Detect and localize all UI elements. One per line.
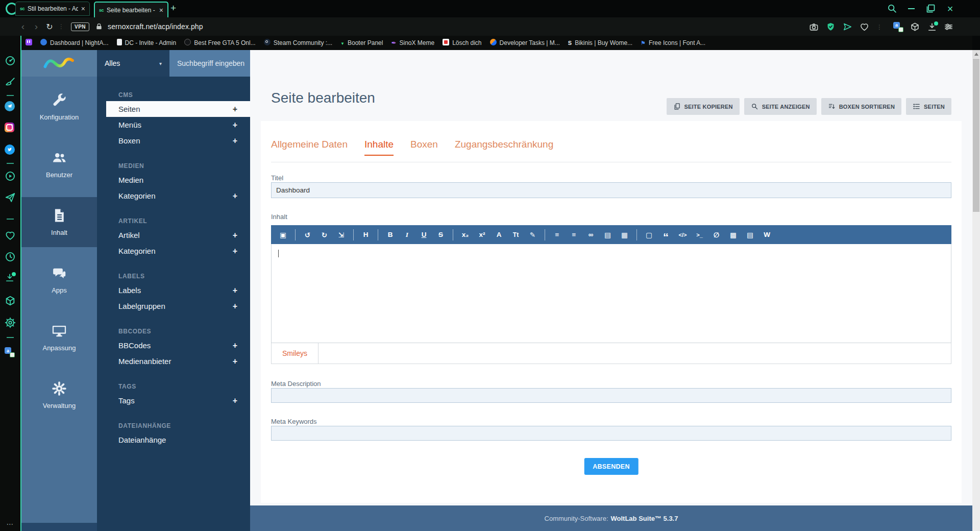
add-icon[interactable]: + bbox=[233, 120, 237, 130]
list-icon[interactable]: ≡ bbox=[549, 228, 566, 242]
subscript-icon[interactable]: x₂ bbox=[457, 228, 474, 242]
scope-dropdown[interactable]: Alles ▾ bbox=[97, 50, 169, 77]
back-icon[interactable]: ‹ bbox=[16, 21, 30, 32]
bold-icon[interactable]: B bbox=[382, 228, 399, 242]
speed-dial-icon[interactable] bbox=[5, 55, 16, 66]
close-tab-icon[interactable]: × bbox=[159, 6, 163, 14]
html-icon[interactable]: ▤ bbox=[742, 228, 758, 242]
telegram-icon[interactable] bbox=[5, 101, 16, 112]
underline-icon[interactable]: U bbox=[415, 228, 432, 242]
add-icon[interactable]: + bbox=[233, 247, 237, 256]
strikethrough-icon[interactable]: S bbox=[432, 228, 449, 242]
action-button-seiten[interactable]: SEITEN bbox=[906, 98, 951, 115]
nav-item-kategorien[interactable]: Kategorien+ bbox=[97, 188, 250, 204]
add-icon[interactable]: + bbox=[233, 302, 237, 311]
sidebar-item-benutzer[interactable]: Benutzer bbox=[21, 139, 97, 189]
titel-input[interactable] bbox=[271, 182, 951, 198]
send-icon[interactable] bbox=[843, 22, 852, 32]
close-tab-icon[interactable]: × bbox=[81, 5, 85, 13]
downloads-icon[interactable] bbox=[5, 273, 16, 284]
browser-scrollbar[interactable] bbox=[972, 50, 980, 531]
tab-smileys[interactable]: Smileys bbox=[272, 343, 318, 364]
bookmarks-heart-icon[interactable] bbox=[5, 230, 16, 241]
inline-code-icon[interactable]: >_ bbox=[691, 228, 708, 242]
nav-item-labels[interactable]: Labels+ bbox=[97, 282, 250, 298]
bookmark-item[interactable]: Developer Tasks | M... bbox=[490, 39, 560, 47]
history-clock-icon[interactable] bbox=[5, 251, 16, 262]
url-text[interactable]: sernoxcraft.net/acp/index.php bbox=[108, 22, 203, 31]
nav-item-medienanbieter[interactable]: Medienanbieter+ bbox=[97, 353, 250, 369]
nav-item-seiten[interactable]: Seiten+ bbox=[106, 101, 250, 117]
minimize-icon[interactable] bbox=[906, 3, 917, 14]
sidebar-overflow-button[interactable]: ⋯ bbox=[0, 520, 20, 528]
scrollbar-up-arrow[interactable] bbox=[972, 50, 980, 58]
add-icon[interactable]: + bbox=[233, 105, 237, 114]
font-color-icon[interactable]: A bbox=[491, 228, 507, 242]
camera-icon[interactable] bbox=[809, 22, 819, 32]
italic-icon[interactable]: I bbox=[399, 228, 415, 242]
sidebar-item-apps[interactable]: Apps bbox=[21, 255, 97, 305]
page-icon[interactable]: ▢ bbox=[641, 228, 657, 242]
heart-icon[interactable] bbox=[860, 22, 869, 32]
instagram-icon[interactable] bbox=[5, 123, 16, 134]
action-button-boxen-sortieren[interactable]: BOXEN SORTIEREN bbox=[821, 98, 901, 115]
bookmark-item[interactable]: DC - Invite - Admin bbox=[117, 39, 177, 47]
bookmark-item[interactable]: SBikinis | Buy Wome... bbox=[568, 39, 632, 46]
word-paste-icon[interactable]: W bbox=[758, 228, 775, 242]
bookmark-item[interactable] bbox=[26, 39, 32, 47]
add-icon[interactable]: + bbox=[233, 357, 237, 366]
image-icon[interactable]: ▤ bbox=[599, 228, 616, 242]
meta-description-input[interactable] bbox=[271, 388, 951, 403]
broom-icon[interactable] bbox=[5, 77, 16, 88]
woltlab-logo[interactable] bbox=[21, 50, 97, 77]
vpn-badge[interactable]: VPN bbox=[71, 22, 89, 31]
bookmark-item[interactable]: Best Free GTA 5 Onl... bbox=[184, 39, 256, 47]
nav-item-bbcodes[interactable]: BBCodes+ bbox=[97, 337, 250, 353]
table-icon[interactable]: ▦ bbox=[616, 228, 633, 242]
forward-icon[interactable]: › bbox=[30, 21, 43, 32]
add-icon[interactable]: + bbox=[233, 396, 237, 405]
reload-icon[interactable]: ↻ bbox=[43, 22, 56, 32]
extensions-cube-icon[interactable] bbox=[5, 295, 16, 306]
extensions-cube-icon[interactable] bbox=[910, 22, 920, 32]
browser-tab[interactable]: scSeite bearbeiten - Administ× bbox=[94, 2, 168, 17]
nav-item-labelgruppen[interactable]: Labelgruppen+ bbox=[97, 298, 250, 314]
add-icon[interactable]: + bbox=[233, 286, 237, 295]
fullscreen-icon[interactable]: ⇲ bbox=[333, 228, 350, 242]
nav-item-medien[interactable]: Medien bbox=[97, 172, 250, 188]
sidebar-item-konfiguration[interactable]: Konfiguration bbox=[21, 82, 97, 132]
heading-icon[interactable]: H bbox=[357, 228, 374, 242]
nav-item-artikel[interactable]: Artikel+ bbox=[97, 227, 250, 243]
settings-sliders-icon[interactable] bbox=[944, 22, 953, 32]
tab-boxen[interactable]: Boxen bbox=[410, 139, 438, 156]
bookmark-item[interactable]: Dashboard | NightA... bbox=[40, 39, 109, 47]
add-icon[interactable]: + bbox=[233, 191, 237, 201]
nav-item-boxen[interactable]: Boxen+ bbox=[97, 133, 250, 149]
tab-zugangsbeschränkung[interactable]: Zugangsbeschränkung bbox=[455, 139, 553, 156]
download-icon[interactable] bbox=[927, 22, 937, 32]
bookmark-item[interactable]: Lösch dich bbox=[443, 39, 481, 47]
bookmark-item[interactable]: ⚑Free Icons | Font A... bbox=[641, 39, 705, 46]
redo-icon[interactable]: ↻ bbox=[316, 228, 333, 242]
bookmark-item[interactable]: ✒SinoX Meme bbox=[391, 39, 434, 46]
settings-gear-icon[interactable] bbox=[5, 317, 16, 328]
translate-icon[interactable]: a bbox=[893, 22, 903, 32]
shield-check-icon[interactable] bbox=[826, 22, 836, 32]
alignment-icon[interactable]: ≡ bbox=[566, 228, 582, 242]
browser-tab[interactable]: scStil bearbeiten - Administra× bbox=[15, 2, 90, 16]
editor-content[interactable] bbox=[271, 244, 951, 343]
add-icon[interactable]: + bbox=[233, 341, 237, 350]
spoiler-icon[interactable]: ∅ bbox=[708, 228, 725, 242]
nav-item-kategorien[interactable]: Kategorien+ bbox=[97, 243, 250, 259]
tab-inhalte[interactable]: Inhalte bbox=[364, 139, 394, 156]
nav-item-tags[interactable]: Tags+ bbox=[97, 393, 250, 408]
nav-item-menüs[interactable]: Menüs+ bbox=[97, 117, 250, 133]
translate-icon[interactable]: a bbox=[5, 347, 16, 358]
submit-button[interactable]: ABSENDEN bbox=[584, 458, 639, 475]
code-icon[interactable]: </> bbox=[674, 228, 691, 242]
bookmark-item[interactable]: Steam Community :... bbox=[264, 39, 332, 47]
link-icon[interactable]: ∞ bbox=[582, 228, 599, 242]
messenger-icon[interactable] bbox=[5, 192, 16, 203]
close-icon[interactable]: × bbox=[945, 3, 955, 14]
censor-icon[interactable]: ▩ bbox=[725, 228, 742, 242]
